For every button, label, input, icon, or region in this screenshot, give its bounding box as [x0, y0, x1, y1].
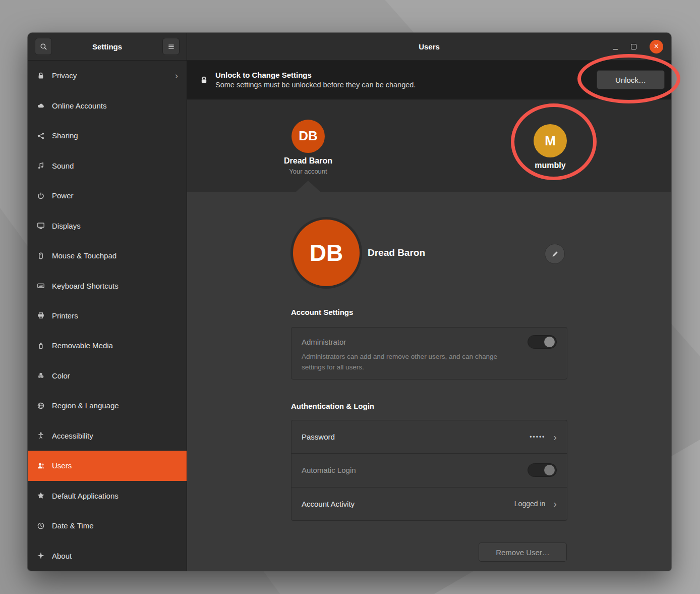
sidebar-item-color[interactable]: Color [28, 361, 187, 391]
chevron-right-icon: › [553, 432, 557, 442]
user-name: mumbly [535, 161, 565, 170]
sidebar-item-power[interactable]: Power [28, 181, 187, 210]
password-dots: ••••• [530, 434, 545, 441]
toggle-knob [544, 337, 555, 347]
sidebar-item-sharing[interactable]: Sharing [28, 121, 187, 150]
maximize-button[interactable] [631, 44, 636, 49]
search-icon [40, 43, 47, 50]
unlock-button[interactable]: Unlock… [597, 70, 665, 89]
sidebar-item-label: Accessibility [52, 431, 93, 440]
sidebar: Settings Privacy › Online Accounts [28, 33, 187, 571]
close-button[interactable]: × [650, 40, 663, 53]
authentication-frame: Password ••••• › Automatic Login Acco [291, 420, 567, 521]
music-note-icon [36, 161, 45, 170]
account-activity-value: Logged in [514, 500, 546, 508]
password-row[interactable]: Password ••••• › [291, 420, 567, 454]
account-activity-row[interactable]: Account Activity Logged in › [291, 488, 567, 520]
mouse-icon [36, 251, 45, 260]
sidebar-list: Privacy › Online Accounts Sharing Sound [28, 61, 187, 571]
unlock-banner-title: Unlock to Change Settings [215, 71, 416, 79]
automatic-login-row: Automatic Login [291, 454, 567, 487]
edit-name-button[interactable] [545, 244, 565, 264]
clock-icon [36, 521, 45, 530]
minimize-button[interactable]: – [613, 40, 618, 53]
sidebar-item-mouse-touchpad[interactable]: Mouse & Touchpad [28, 241, 187, 271]
administrator-row: Administrator [302, 335, 557, 349]
sidebar-item-default-applications[interactable]: Default Applications [28, 481, 187, 511]
avatar-initials: M [545, 133, 556, 149]
user-detail-panel: DB Dread Baron Account Settings Administ… [187, 192, 671, 571]
automatic-login-label: Automatic Login [302, 466, 356, 474]
sidebar-item-date-time[interactable]: Date & Time [28, 511, 187, 541]
desktop-background: Settings Privacy › Online Accounts [0, 0, 700, 594]
lock-icon [36, 71, 45, 80]
avatar: M [534, 124, 567, 157]
sidebar-item-keyboard-shortcuts[interactable]: Keyboard Shortcuts [28, 271, 187, 300]
sidebar-item-label: Power [52, 191, 74, 200]
password-label: Password [302, 433, 335, 441]
account-settings-heading: Account Settings [291, 308, 353, 316]
user-subtitle: Your account [289, 168, 327, 175]
share-icon [36, 131, 45, 140]
administrator-description: Administrators can add and remove other … [302, 352, 518, 373]
profile-avatar: DB [293, 220, 360, 286]
account-activity-label: Account Activity [302, 500, 355, 508]
lock-icon [200, 76, 208, 84]
menu-button[interactable] [162, 38, 180, 55]
sidebar-item-label: Color [52, 371, 70, 380]
sidebar-item-region-language[interactable]: Region & Language [28, 391, 187, 420]
administrator-toggle[interactable] [528, 335, 557, 349]
sidebar-item-privacy[interactable]: Privacy › [28, 61, 187, 90]
unlock-banner-subtitle: Some settings must be unlocked before th… [215, 81, 416, 89]
globe-icon [36, 401, 45, 410]
sidebar-item-label: Online Accounts [52, 101, 106, 110]
unlock-banner-text: Unlock to Change Settings Some settings … [215, 71, 416, 89]
sidebar-item-label: About [52, 552, 72, 560]
sidebar-item-online-accounts[interactable]: Online Accounts [28, 90, 187, 120]
user-name: Dread Baron [284, 156, 332, 166]
sidebar-item-label: Removable Media [52, 341, 113, 350]
administrator-label: Administrator [302, 338, 346, 346]
sidebar-header: Settings [28, 33, 187, 61]
sidebar-item-label: Sound [52, 161, 74, 170]
color-icon [36, 371, 45, 380]
main-pane: Users – × Unlock to Change Settings Some… [187, 33, 671, 571]
sidebar-item-accessibility[interactable]: Accessibility [28, 421, 187, 451]
automatic-login-toggle[interactable] [528, 463, 557, 477]
sidebar-item-removable-media[interactable]: Removable Media [28, 331, 187, 360]
power-icon [36, 191, 45, 200]
user-tile-mumbly[interactable]: M mumbly [534, 121, 567, 170]
user-switcher-slot: DB Dread Baron Your account [187, 99, 429, 192]
sidebar-item-label: Mouse & Touchpad [52, 251, 116, 260]
user-switcher-slot: M mumbly [429, 99, 671, 192]
sidebar-item-label: Displays [52, 222, 81, 230]
printer-icon [36, 311, 45, 320]
avatar-initials: DB [299, 128, 318, 144]
user-tile-dread-baron[interactable]: DB Dread Baron Your account [284, 117, 332, 175]
settings-window: Settings Privacy › Online Accounts [28, 33, 671, 571]
toggle-knob [544, 465, 555, 475]
sidebar-item-label: Keyboard Shortcuts [52, 282, 119, 290]
keyboard-icon [36, 282, 45, 290]
window-controls: – × [613, 40, 671, 53]
sidebar-item-sound[interactable]: Sound [28, 150, 187, 180]
chevron-right-icon: › [553, 499, 557, 509]
sidebar-item-label: Default Applications [52, 492, 119, 500]
avatar-initials: DB [310, 239, 343, 266]
search-button[interactable] [35, 38, 52, 55]
sidebar-item-label: Privacy [52, 71, 77, 80]
sidebar-item-displays[interactable]: Displays [28, 210, 187, 240]
users-icon [36, 461, 45, 470]
pencil-icon [551, 250, 559, 258]
cloud-icon [36, 101, 45, 110]
hamburger-icon [167, 43, 175, 50]
unlock-banner: Unlock to Change Settings Some settings … [187, 61, 671, 99]
sparkle-icon [36, 552, 45, 560]
sidebar-item-printers[interactable]: Printers [28, 301, 187, 331]
sidebar-item-about[interactable]: About [28, 541, 187, 571]
administrator-frame: Administrator Administrators can add and… [291, 327, 567, 380]
sidebar-item-label: Users [52, 461, 72, 470]
remove-user-button[interactable]: Remove User… [479, 543, 567, 562]
profile-name: Dread Baron [368, 247, 425, 258]
sidebar-item-users[interactable]: Users [28, 451, 187, 480]
